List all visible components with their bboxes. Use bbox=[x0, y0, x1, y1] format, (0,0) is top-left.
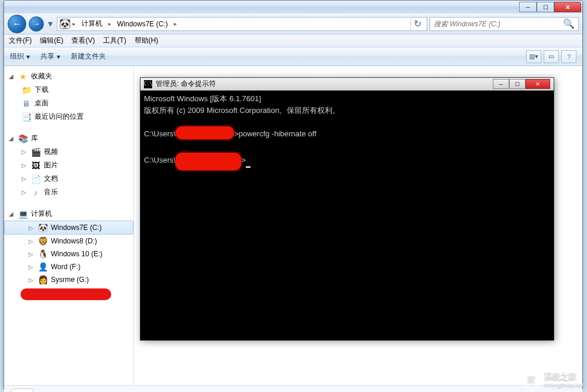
computer-group: ◢ 💻 计算机 ▷🐼Windows7E (C:) ▷🦁Windows8 (D:)… bbox=[4, 207, 133, 300]
drive-icon: 👩 bbox=[38, 275, 47, 284]
picture-icon: 🖼 bbox=[31, 161, 40, 170]
watermark: 家 系统之家 XiTongZhiJia.Net bbox=[523, 371, 583, 388]
favorites-header[interactable]: ◢ ★ 收藏夹 bbox=[4, 70, 133, 83]
computer-label: 计算机 bbox=[31, 209, 52, 219]
cmd-line: Microsoft Windows [版本 6.1.7601] bbox=[144, 94, 261, 103]
cmd-command: >powercfg -hibernate off bbox=[234, 129, 316, 137]
back-button[interactable]: ← bbox=[8, 15, 26, 33]
expand-icon: ▷ bbox=[29, 238, 35, 245]
title-bar: ─ ☐ ✕ bbox=[4, 1, 582, 13]
panda-icon: 🐼 bbox=[11, 388, 33, 393]
cursor bbox=[246, 166, 250, 168]
toolbar: 组织 ▾ 共享 ▾ 新建文件夹 ▥▾ ▭ ? bbox=[4, 47, 582, 66]
forward-button[interactable]: → bbox=[29, 16, 44, 32]
sidebar-drive-e[interactable]: ▷🐧Windows 10 (E:) bbox=[4, 247, 133, 260]
menu-help[interactable]: 帮助(H) bbox=[135, 36, 159, 46]
cmd-window: C:\ 管理员: 命令提示符 ─ ☐ ✕ Microsoft Windows [… bbox=[140, 77, 554, 341]
expand-icon: ▷ bbox=[22, 149, 28, 155]
cmd-line: 版权所有 (c) 2009 Microsoft Corporation。保留所有… bbox=[144, 106, 340, 115]
menu-view[interactable]: 查看(V) bbox=[71, 36, 95, 46]
view-option-button[interactable]: ▥▾ bbox=[526, 50, 541, 63]
expand-icon: ▷ bbox=[29, 277, 35, 283]
watermark-sub: XiTongZhiJia.Net bbox=[544, 382, 583, 388]
cmd-prompt: C:\Users\ bbox=[144, 129, 176, 137]
search-icon: 🔍 bbox=[563, 18, 575, 29]
sidebar-drive-g[interactable]: ▷👩Sysrme (G:) bbox=[4, 273, 133, 286]
drive-icon: 🐼 bbox=[60, 19, 70, 29]
share-button[interactable]: 共享 ▾ bbox=[40, 51, 60, 61]
cmd-close-button[interactable]: ✕ bbox=[526, 79, 550, 89]
close-button[interactable]: ✕ bbox=[554, 2, 581, 12]
status-bar: 🐼 19 个对象 bbox=[4, 385, 582, 392]
folder-icon: 📁 bbox=[22, 85, 31, 95]
expand-icon: ▷ bbox=[22, 176, 28, 182]
cmd-title-text: 管理员: 命令提示符 bbox=[156, 79, 216, 89]
redacted-username bbox=[176, 153, 241, 170]
preview-pane-button[interactable]: ▭ bbox=[544, 50, 559, 63]
sidebar-documents[interactable]: ▷📄文档 bbox=[4, 172, 133, 185]
nav-history-dropdown[interactable]: ▾ bbox=[46, 18, 54, 30]
sidebar-pictures[interactable]: ▷🖼图片 bbox=[4, 159, 133, 172]
toolbar-right: ▥▾ ▭ ? bbox=[526, 50, 576, 63]
cmd-title-bar[interactable]: C:\ 管理员: 命令提示符 ─ ☐ ✕ bbox=[140, 78, 554, 91]
drive-icon: 👤 bbox=[38, 262, 47, 271]
redacted-username bbox=[176, 126, 234, 139]
cmd-minimize-button[interactable]: ─ bbox=[493, 79, 509, 89]
watermark-text: 系统之家 bbox=[544, 372, 583, 382]
help-button[interactable]: ? bbox=[561, 50, 576, 63]
menu-tools[interactable]: 工具(T) bbox=[103, 36, 126, 46]
cmd-maximize-button[interactable]: ☐ bbox=[509, 79, 526, 89]
sidebar-videos[interactable]: ▷🎬视频 bbox=[4, 145, 133, 159]
expand-icon: ▷ bbox=[22, 162, 28, 169]
breadcrumb-computer[interactable]: 计算机 bbox=[78, 18, 106, 30]
collapse-icon: ◢ bbox=[9, 211, 15, 217]
newfolder-button[interactable]: 新建文件夹 bbox=[71, 51, 106, 61]
favorites-group: ◢ ★ 收藏夹 📁下载 🖥桌面 📑最近访问的位置 bbox=[4, 70, 133, 123]
search-box[interactable]: 🔍 bbox=[430, 17, 579, 31]
recent-icon: 📑 bbox=[22, 112, 31, 122]
collapse-icon: ◢ bbox=[9, 73, 15, 80]
minimize-button[interactable]: ─ bbox=[519, 2, 537, 12]
breadcrumb-drive[interactable]: Windows7E (C:) bbox=[114, 18, 171, 30]
menu-edit[interactable]: 编辑(E) bbox=[40, 36, 63, 46]
sidebar-downloads[interactable]: 📁下载 bbox=[4, 83, 133, 97]
star-icon: ★ bbox=[18, 72, 28, 81]
libraries-header[interactable]: ◢ 📚 库 bbox=[4, 132, 133, 145]
sidebar-recent[interactable]: 📑最近访问的位置 bbox=[4, 110, 133, 123]
computer-header[interactable]: ◢ 💻 计算机 bbox=[4, 207, 133, 221]
collapse-icon: ◢ bbox=[9, 135, 15, 142]
maximize-button[interactable]: ☐ bbox=[537, 2, 554, 12]
sidebar-drive-d[interactable]: ▷🦁Windows8 (D:) bbox=[4, 235, 133, 247]
video-icon: 🎬 bbox=[31, 147, 40, 157]
cmd-window-buttons: ─ ☐ ✕ bbox=[493, 79, 550, 89]
menu-file[interactable]: 文件(F) bbox=[9, 36, 32, 46]
breadcrumb[interactable]: 🐼 ▸ 计算机 ▸ Windows7E (C:) ▸ ↻ bbox=[57, 17, 427, 31]
watermark-logo: 家 bbox=[519, 367, 544, 392]
libraries-label: 库 bbox=[31, 133, 38, 143]
sidebar: ◢ ★ 收藏夹 📁下载 🖥桌面 📑最近访问的位置 ◢ 📚 库 ▷🎬视频 ▷🖼图片… bbox=[4, 66, 134, 385]
search-input[interactable] bbox=[434, 20, 563, 28]
sidebar-drive-c[interactable]: ▷🐼Windows7E (C:) bbox=[4, 221, 133, 235]
chevron-down-icon: ▾ bbox=[57, 53, 60, 61]
chevron-down-icon: ▾ bbox=[26, 53, 30, 61]
organize-button[interactable]: 组织 ▾ bbox=[10, 51, 30, 61]
refresh-button[interactable]: ↻ bbox=[410, 17, 424, 31]
music-icon: ♪ bbox=[31, 188, 40, 197]
cmd-body[interactable]: Microsoft Windows [版本 6.1.7601] 版权所有 (c)… bbox=[140, 91, 554, 341]
chevron-right-icon: ▸ bbox=[71, 20, 77, 27]
sidebar-music[interactable]: ▷♪音乐 bbox=[4, 185, 133, 199]
window-buttons: ─ ☐ ✕ bbox=[519, 2, 581, 12]
expand-icon: ▷ bbox=[29, 225, 35, 231]
chevron-right-icon: ▸ bbox=[107, 20, 112, 27]
redacted-item bbox=[20, 288, 111, 300]
cmd-icon: C:\ bbox=[144, 80, 152, 88]
computer-icon: 💻 bbox=[18, 209, 28, 219]
drive-icon: 🐧 bbox=[38, 249, 47, 259]
sidebar-drive-f[interactable]: ▷👤Word (F:) bbox=[4, 260, 133, 273]
expand-icon: ▷ bbox=[22, 189, 28, 195]
sidebar-desktop[interactable]: 🖥桌面 bbox=[4, 97, 133, 110]
library-icon: 📚 bbox=[18, 134, 28, 143]
document-icon: 📄 bbox=[31, 174, 40, 184]
chevron-right-icon: ▸ bbox=[173, 20, 178, 27]
nav-row: ← → ▾ 🐼 ▸ 计算机 ▸ Windows7E (C:) ▸ ↻ 🔍 bbox=[4, 13, 582, 35]
